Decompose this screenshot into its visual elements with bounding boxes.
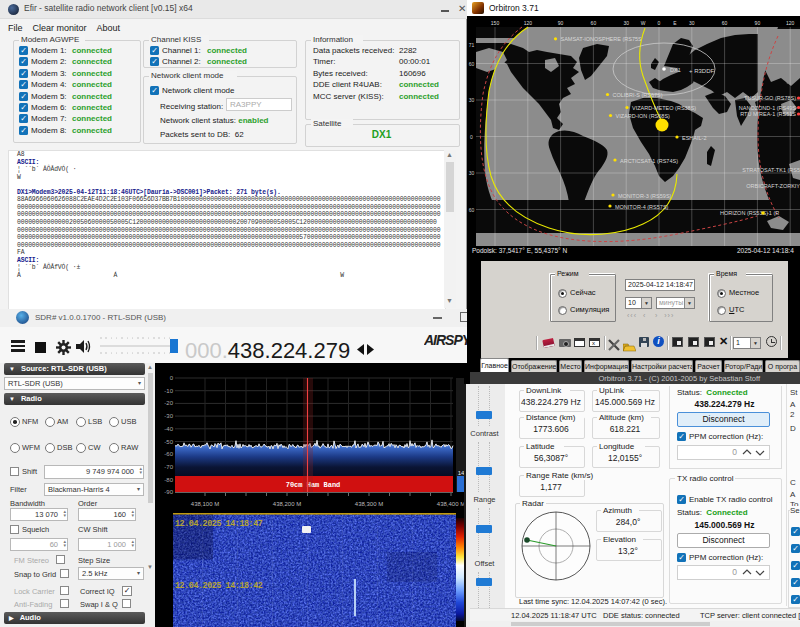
svg-text:HORIZON (RS53S): HORIZON (RS53S) bbox=[720, 210, 768, 216]
svg-text:-80: -80 bbox=[164, 477, 173, 483]
svg-text:120: 120 bbox=[524, 20, 533, 26]
svg-text:VIZARD-METEO (RS38S): VIZARD-METEO (RS38S) bbox=[632, 105, 696, 111]
svg-text:71: 71 bbox=[469, 42, 475, 48]
svg-text:COLIBRI-S (RS67S): COLIBRI-S (RS67S) bbox=[613, 92, 663, 98]
svg-text:TUSUR-GO (RS78S): TUSUR-GO (RS78S) bbox=[744, 95, 796, 101]
svg-text:30: 30 bbox=[469, 97, 475, 103]
svg-text:-10: -10 bbox=[164, 388, 173, 394]
svg-text:0: 0 bbox=[470, 134, 473, 140]
svg-text:+ R3DDF: + R3DDF bbox=[689, 68, 715, 74]
svg-text:30: 30 bbox=[623, 20, 629, 26]
svg-text:-50: -50 bbox=[164, 439, 173, 445]
svg-text:-60: -60 bbox=[164, 451, 173, 457]
svg-text:438,100 M: 438,100 M bbox=[191, 501, 219, 507]
svg-text:-20: -20 bbox=[164, 400, 173, 406]
svg-text:30: 30 bbox=[689, 20, 695, 26]
svg-text:438,200 M: 438,200 M bbox=[273, 501, 301, 507]
svg-text:ORBICRAFT-ZORKIY: ORBICRAFT-ZORKIY bbox=[746, 183, 800, 189]
svg-text:-90: -90 bbox=[164, 489, 173, 495]
svg-text:12.04.2025 14:18:47: 12.04.2025 14:18:47 bbox=[175, 519, 263, 529]
svg-text:-40: -40 bbox=[164, 426, 173, 432]
svg-text:STRATOSAT-TK1 (RS5: STRATOSAT-TK1 (RS5 bbox=[742, 167, 800, 173]
svg-text:150: 150 bbox=[491, 20, 500, 26]
svg-text:SAMSAT-IONOSPHERE (RS75S: SAMSAT-IONOSPHERE (RS75S bbox=[561, 36, 643, 42]
svg-text:-1 (R: -1 (R bbox=[767, 210, 779, 216]
svg-text:120: 120 bbox=[786, 20, 795, 26]
svg-text:DX1: DX1 bbox=[670, 67, 681, 73]
svg-text:-70: -70 bbox=[164, 464, 173, 470]
svg-text:NANOZOND-1 (RS49S: NANOZOND-1 (RS49S bbox=[739, 105, 796, 111]
svg-text:438,300 M: 438,300 M bbox=[355, 501, 383, 507]
svg-text:60: 60 bbox=[722, 20, 728, 26]
svg-text:12.04.2025 14:18:42: 12.04.2025 14:18:42 bbox=[175, 581, 263, 591]
svg-text:Podolsk: 37,5417° E, 55,4375°: Podolsk: 37,5417° E, 55,4375° N bbox=[472, 247, 567, 254]
svg-text:90: 90 bbox=[558, 20, 564, 26]
svg-text:MONITOR-3 (RS59S): MONITOR-3 (RS59S) bbox=[618, 193, 672, 199]
svg-text:90: 90 bbox=[755, 20, 761, 26]
svg-text:30: 30 bbox=[469, 170, 475, 176]
svg-text:2025-04-12 14:18:4: 2025-04-12 14:18:4 bbox=[737, 247, 794, 254]
svg-text:W: W bbox=[641, 20, 646, 26]
svg-text:ARCTICSAT-1 (RS74S): ARCTICSAT-1 (RS74S) bbox=[620, 158, 678, 164]
svg-text:60: 60 bbox=[591, 20, 597, 26]
svg-text:RTU MIREA-1 (RS51S: RTU MIREA-1 (RS51S bbox=[740, 111, 796, 117]
svg-text:60: 60 bbox=[469, 61, 475, 67]
svg-text:MONITOR-4 (RS57S): MONITOR-4 (RS57S) bbox=[615, 204, 669, 210]
svg-text:0: 0 bbox=[658, 20, 661, 26]
svg-text:438,400 M: 438,400 M bbox=[437, 501, 465, 507]
svg-text:-30: -30 bbox=[164, 413, 173, 419]
svg-text:60: 60 bbox=[469, 207, 475, 213]
svg-text:VIZARD-ION (RS68S): VIZARD-ION (RS68S) bbox=[616, 113, 671, 119]
svg-text:ESHAIL-2: ESHAIL-2 bbox=[682, 135, 706, 141]
